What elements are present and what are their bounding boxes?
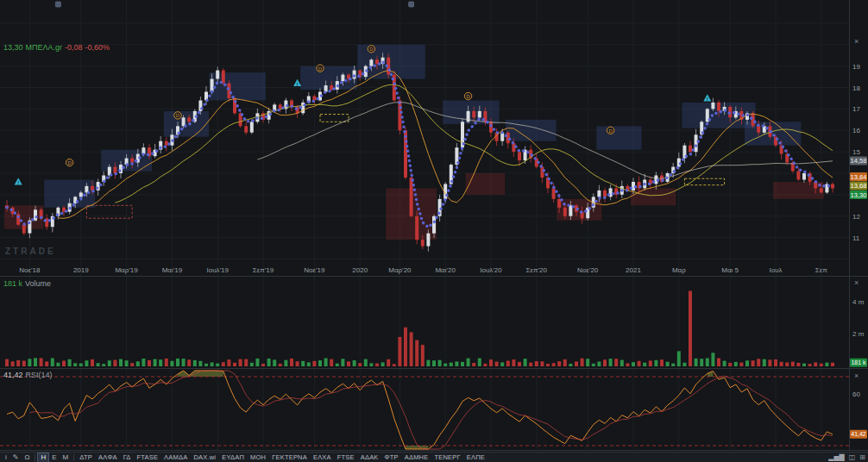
fullscreen-icon[interactable]: ⊞ xyxy=(859,453,865,462)
ticker-shortcut-ΕΛΧΑ[interactable]: ΕΛΧΑ xyxy=(311,453,334,462)
volume-bar xyxy=(831,363,834,366)
volume-bar xyxy=(421,345,425,366)
candle-body xyxy=(211,79,214,92)
time-tick-label: Ιουλ xyxy=(769,266,782,274)
ticker-shortcut-ΑΔΜΗΕ[interactable]: ΑΔΜΗΕ xyxy=(402,453,431,462)
ticker-shortcut-ΓΕΚΤΕΡΝΑ[interactable]: ΓΕΚΤΕΡΝΑ xyxy=(269,453,310,462)
volume-bar xyxy=(467,359,470,366)
price-tick-label: 17 xyxy=(852,105,860,113)
candle-body xyxy=(341,75,344,82)
magnet-tool-icon[interactable]: Ω xyxy=(22,453,32,462)
volume-pane[interactable]: 4 m2 m181 k xyxy=(5,291,867,367)
ticker-shortcut-FTSE[interactable]: FTSE xyxy=(335,453,357,462)
ticker-shortcut-ΕΥΔΑΠ[interactable]: ΕΥΔΑΠ xyxy=(219,453,247,462)
volume-bar xyxy=(450,363,453,366)
ticker-shortcut-ΦΤΡ[interactable]: ΦΤΡ xyxy=(382,453,401,462)
volume-bar xyxy=(432,360,436,366)
ticker-shortcut-FTASE[interactable]: FTASE xyxy=(134,453,160,462)
timeframe-button-Η[interactable]: Η xyxy=(38,453,48,462)
timeframe-button-Ε[interactable]: Ε xyxy=(49,453,59,462)
volume-bar xyxy=(45,361,48,366)
volume-bar xyxy=(404,328,407,366)
candle-body xyxy=(478,111,481,118)
demand-zone[interactable] xyxy=(506,120,557,141)
draw-tool-icon[interactable]: ✎ xyxy=(10,453,22,462)
ticker-shortcut-ΜΟΗ[interactable]: ΜΟΗ xyxy=(248,453,268,462)
volume-bar xyxy=(102,364,105,366)
volume-bar xyxy=(535,361,538,366)
time-tick-label: Νοε'20 xyxy=(577,266,599,274)
volume-bar xyxy=(62,361,66,367)
volume-bar xyxy=(581,359,584,366)
volume-bar xyxy=(739,363,743,366)
volume-bar xyxy=(791,362,795,366)
volume-bar xyxy=(198,361,202,366)
ticker-shortcut-ΕΛΠΕ[interactable]: ΕΛΠΕ xyxy=(464,453,487,462)
ticker-shortcut-ΑΔΑΚ[interactable]: ΑΔΑΚ xyxy=(358,453,381,462)
dividend-marker-label: D xyxy=(67,160,72,165)
volume-bar xyxy=(563,359,567,366)
volume-bar xyxy=(136,361,140,366)
close-pane-icon[interactable]: × xyxy=(854,37,859,46)
close-pane-icon[interactable]: × xyxy=(854,278,859,287)
volume-bar xyxy=(592,364,595,366)
price-axis[interactable]: 1918171615121114,5813,8413,6813,30 xyxy=(850,63,867,242)
alert-marker-label: ! xyxy=(297,82,299,87)
candle-body xyxy=(187,117,191,122)
chart-canvas[interactable]: DDDDDD!!!1918171615121114,5813,8413,6813… xyxy=(0,0,868,452)
volume-bar xyxy=(148,360,151,366)
dashed-zone[interactable] xyxy=(684,178,724,185)
volume-bar xyxy=(785,363,789,367)
panes-icon[interactable]: ◫ xyxy=(849,453,856,462)
volume-bar xyxy=(461,362,464,366)
volume-bar xyxy=(586,359,589,366)
volume-bar xyxy=(660,359,664,366)
info-tool-icon[interactable]: i xyxy=(3,453,9,462)
volume-bar xyxy=(369,363,373,366)
volume-bar xyxy=(28,359,31,366)
volume-bar xyxy=(34,358,37,366)
ticker-shortcut-ΓΔ[interactable]: ΓΔ xyxy=(121,453,134,462)
volume-bar xyxy=(632,362,635,366)
ticker-shortcut-ΛΑΜΔΑ[interactable]: ΛΑΜΔΑ xyxy=(161,453,190,462)
anchor-marker[interactable] xyxy=(55,2,60,7)
dividend-marker-label: D xyxy=(176,113,180,118)
close-pane-icon[interactable]: × xyxy=(854,371,859,380)
volume-bar xyxy=(415,340,418,366)
bottom-toolbar: i✎ΩΗΕΜΔΤΡΑΛΦΑΓΔFTASEΛΑΜΔΑDAX.wiΕΥΔΑΠΜΟΗΓ… xyxy=(0,452,868,462)
volume-bar xyxy=(170,361,173,366)
volume-bar xyxy=(443,364,447,366)
supply-zone[interactable] xyxy=(466,173,506,195)
volume-bar xyxy=(364,359,368,366)
volume-bar xyxy=(16,360,20,366)
ticker-shortcut-ΑΛΦΑ[interactable]: ΑΛΦΑ xyxy=(96,453,120,462)
volume-bar xyxy=(193,360,197,366)
volume-bar xyxy=(768,359,771,366)
supply-zone[interactable] xyxy=(631,188,676,205)
time-axis[interactable]: Νοε'182019Μαρ'19Μαι'19Ιουλ'19Σεπ'19Νοε'1… xyxy=(19,266,827,274)
volume-bar xyxy=(250,363,254,366)
ticker-shortcut-ΤΕΝΕΡΓ[interactable]: ΤΕΝΕΡΓ xyxy=(431,453,462,462)
time-tick-label: Μαρ xyxy=(672,266,686,274)
ticker-shortcut-ΔΤΡ[interactable]: ΔΤΡ xyxy=(77,453,95,462)
time-tick-label: Ιουλ'20 xyxy=(480,266,502,274)
ticker-shortcut-DAX.wi[interactable]: DAX.wi xyxy=(191,453,218,462)
volume-bar xyxy=(330,359,333,366)
chart-columns-icon[interactable]: ▂▅▇ xyxy=(828,453,844,462)
anchor-marker[interactable] xyxy=(409,2,414,7)
volume-bar xyxy=(284,360,287,366)
volume-bar xyxy=(296,361,299,366)
dividend-marker-label: D xyxy=(466,94,470,99)
candle-body xyxy=(563,208,567,216)
volume-bar xyxy=(796,363,800,366)
demand-zone[interactable] xyxy=(596,126,641,149)
volume-bar xyxy=(353,360,356,366)
dashed-zone[interactable] xyxy=(320,115,349,122)
volume-bar xyxy=(723,361,726,366)
volume-bar xyxy=(649,360,652,366)
timeframe-button-Μ[interactable]: Μ xyxy=(60,453,72,462)
demand-zone[interactable] xyxy=(164,111,209,137)
volume-bar xyxy=(79,364,83,367)
rsi-pane[interactable]: 6041,42 xyxy=(0,371,867,449)
candle-body xyxy=(540,167,544,178)
